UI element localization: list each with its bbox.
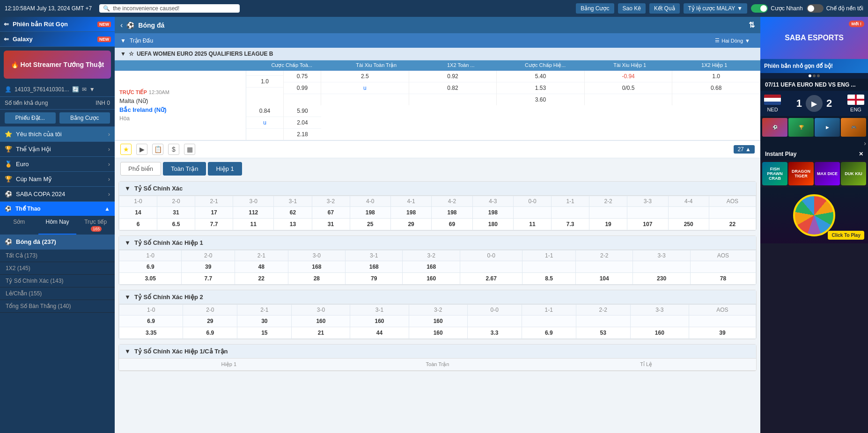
back-button[interactable]: ‹	[120, 21, 123, 29]
dropdown-icon[interactable]: ▼	[89, 86, 95, 93]
score-cell[interactable]: 104	[575, 273, 633, 285]
score-cell[interactable]: 3.3	[467, 327, 522, 339]
score-cell[interactable]: 198	[390, 207, 431, 219]
score-cell[interactable]: 160	[292, 316, 350, 327]
1x2-t1[interactable]: 5.40	[497, 71, 584, 82]
score-cell[interactable]: 11	[233, 219, 274, 230]
thumb-nav-arrow[interactable]: ›	[864, 139, 866, 147]
score-cell[interactable]: 11	[514, 219, 552, 230]
score-cell[interactable]: 3.35	[119, 327, 183, 339]
score-cell[interactable]: 6.9	[183, 327, 237, 339]
collapse-bet-icon[interactable]: ▼	[125, 185, 131, 192]
hiep-ou-t2[interactable]: u	[246, 117, 283, 129]
dot-1[interactable]	[809, 74, 811, 77]
roulette-area[interactable]: Click To Play	[760, 187, 868, 243]
score-cell[interactable]: 39	[182, 261, 235, 273]
sidebar-item-yeu-thich[interactable]: ⭐ Yêu thích của tôi ›	[0, 127, 115, 142]
sidebar-item-bong-da[interactable]: ⚽ Bóng đá (237)	[0, 235, 115, 250]
search-box[interactable]: 🔍 the inconvenience caused!	[99, 4, 240, 13]
sub-item-1x2[interactable]: 1X2 (145)	[0, 262, 115, 275]
hai-dong-dropdown[interactable]: ☰ Hai Dòng ▼	[710, 37, 755, 44]
saba-banner[interactable]: SABA ESPORTS Mới !	[760, 17, 868, 59]
bang-cuoc-side-button[interactable]: Bảng Cược	[59, 112, 110, 124]
bang-cuoc-button[interactable]: Bảng Cược	[576, 3, 614, 14]
collapse-hiep2-icon[interactable]: ▼	[125, 294, 131, 301]
dark-mode-toggle[interactable]	[807, 4, 824, 13]
game-slots[interactable]: MAX DICE	[815, 162, 840, 185]
score-cell[interactable]: 3.05	[119, 273, 182, 285]
tai-xiu-t1[interactable]: 2.5	[321, 71, 409, 82]
galaxy-banner[interactable]: ⇐ Galaxy NEW	[0, 32, 115, 47]
clipboard-btn[interactable]: 📋	[152, 144, 163, 155]
dot-2[interactable]	[813, 74, 816, 77]
score-cell[interactable]: 160	[409, 327, 467, 339]
cuoc-nhanh-toggle[interactable]	[751, 4, 768, 13]
collapse-hiep1-icon[interactable]: ▼	[125, 239, 131, 246]
sidebar-item-euro[interactable]: 🏅 Euro ›	[0, 157, 115, 172]
chart-btn[interactable]: ▦	[184, 144, 195, 155]
score-cell[interactable]: 13	[274, 219, 312, 230]
collapse-league-icon[interactable]: ▼	[120, 51, 126, 57]
score-cell[interactable]: 28	[288, 273, 345, 285]
score-cell[interactable]: 198	[472, 207, 513, 219]
1x2-t2[interactable]: 1.53	[497, 82, 584, 94]
sidebar-item-the-van-hoi[interactable]: 🏆 Thế Vận Hội ›	[0, 142, 115, 157]
sub-item-tat-ca[interactable]: Tất Cả (173)	[0, 250, 115, 262]
sidebar-item-cup-nam-my[interactable]: 🏆 Cúp Nam Mỹ ›	[0, 172, 115, 187]
preview-play-btn[interactable]: ▶	[806, 95, 823, 112]
score-cell[interactable]: 6.5	[157, 219, 195, 230]
message-icon[interactable]: ✉	[82, 86, 87, 93]
score-cell[interactable]: 2.67	[460, 273, 522, 285]
chap-hiep-t1[interactable]: -0.94	[585, 71, 672, 82]
tai-xiu-hiep-t2-right[interactable]: 0.68	[672, 82, 760, 94]
score-cell[interactable]: 67	[312, 207, 350, 219]
collapse-icon[interactable]: ▼	[120, 37, 126, 44]
score-cell[interactable]: 29	[390, 219, 431, 230]
the-thao-header[interactable]: ⚽ Thể Thao ▲	[0, 202, 115, 216]
score-cell[interactable]: 250	[668, 219, 709, 230]
xiu2-t2[interactable]: 0.82	[409, 82, 497, 94]
ty-le-cuoc-dropdown[interactable]: Tỷ lệ cược MALAY ▼	[684, 3, 748, 14]
score-cell[interactable]: 230	[633, 273, 690, 285]
score-cell[interactable]: 6.9	[119, 316, 183, 327]
thumb-2[interactable]: 🏆	[788, 118, 814, 137]
score-cell[interactable]: 112	[233, 207, 274, 219]
sub-item-le-chan[interactable]: Lẻ/Chẵn (155)	[0, 287, 115, 300]
score-cell[interactable]: 160	[350, 316, 409, 327]
sidebar-item-saba-copa[interactable]: ⚽ SABA COPA 2024 ›	[0, 187, 115, 202]
score-cell[interactable]: 30	[237, 316, 292, 327]
xiu2-t1[interactable]: 0.92	[409, 71, 497, 82]
score-cell[interactable]: 31	[157, 207, 195, 219]
score-cell[interactable]: 78	[690, 273, 756, 285]
score-cell[interactable]: 15	[237, 327, 292, 339]
score-cell[interactable]: 79	[346, 273, 403, 285]
sao-ke-button[interactable]: Sao Kê	[618, 3, 646, 14]
phien-ban-nho-go-banner[interactable]: Phiên bản nhỏ gọn đổ bộ!	[760, 59, 868, 73]
tab-truc-tiep[interactable]: Trực tiếp 165	[76, 216, 115, 235]
sub-item-tong-so[interactable]: Tổng Số Bàn Thắng (140)	[0, 300, 115, 313]
thumb-4[interactable]: 🎮	[841, 118, 866, 137]
score-cell[interactable]: 180	[472, 219, 513, 230]
score-cell[interactable]: 168	[288, 261, 345, 273]
score-cell[interactable]: 168	[403, 261, 460, 273]
tab-hiep-1[interactable]: Hiệp 1	[208, 162, 242, 176]
odds-handicap-t1-right[interactable]: 0.75	[284, 71, 321, 82]
odds-handicap-t2-left[interactable]: 1.0	[246, 76, 283, 88]
score-cell[interactable]: 198	[432, 207, 472, 219]
hiep-ou-t1[interactable]: 0.84	[246, 105, 283, 117]
1x2-hiep-t2[interactable]: 2.04	[284, 117, 321, 129]
score-cell[interactable]: 69	[432, 219, 472, 230]
score-cell[interactable]: 7.7	[182, 273, 235, 285]
score-cell[interactable]: 17	[195, 207, 233, 219]
tab-som[interactable]: Sớm	[0, 216, 38, 235]
score-cell[interactable]: 7.7	[195, 219, 233, 230]
tab-pho-bien[interactable]: Phổ biến	[120, 162, 161, 176]
game-dragon[interactable]: DRAGON TIGER	[788, 162, 814, 185]
tai-xiu-hiep-t1-left[interactable]: 1.0	[672, 71, 760, 82]
score-cell[interactable]: 160	[630, 327, 689, 339]
game-fish[interactable]: FISH PRAWN CRAB	[762, 162, 787, 185]
score-cell[interactable]: 31	[312, 219, 350, 230]
score-cell[interactable]: 6.9	[522, 327, 576, 339]
score-cell[interactable]: 48	[235, 261, 288, 273]
collapse-hiep1-toan-icon[interactable]: ▼	[125, 348, 131, 355]
